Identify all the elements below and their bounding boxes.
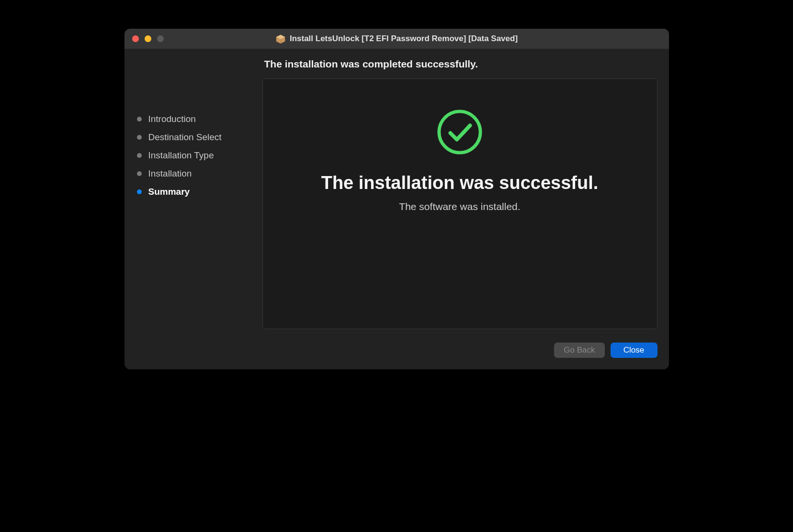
traffic-lights	[132, 35, 164, 42]
sidebar-item-label: Introduction	[148, 114, 196, 124]
step-dot-icon	[137, 153, 142, 158]
step-dot-icon	[137, 117, 142, 122]
go-back-button: Go Back	[554, 343, 604, 358]
window-body: Introduction Destination Select Installa…	[125, 49, 669, 369]
sidebar-item-label: Installation	[148, 168, 192, 179]
result-panel: The installation was successful. The sof…	[262, 78, 657, 329]
step-dot-icon	[137, 135, 142, 140]
step-dot-icon	[137, 171, 142, 176]
status-heading: The installation was completed successfu…	[262, 58, 657, 70]
sidebar-item-destination-select: Destination Select	[137, 128, 262, 146]
close-window-button[interactable]	[132, 35, 139, 42]
title-container: Install LetsUnlock [T2 EFI Password Remo…	[125, 33, 669, 44]
success-checkmark-icon	[436, 109, 483, 155]
sidebar-item-label: Destination Select	[148, 132, 222, 143]
sidebar: Introduction Destination Select Installa…	[136, 58, 262, 333]
window-title: Install LetsUnlock [T2 EFI Password Remo…	[290, 34, 518, 44]
sidebar-item-summary: Summary	[137, 183, 262, 201]
sidebar-item-introduction: Introduction	[137, 110, 262, 128]
close-button[interactable]: Close	[611, 343, 657, 358]
step-dot-icon	[137, 189, 142, 194]
sidebar-item-label: Installation Type	[148, 150, 214, 161]
sidebar-item-label: Summary	[148, 187, 190, 197]
titlebar: Install LetsUnlock [T2 EFI Password Remo…	[125, 29, 669, 49]
footer: Go Back Close	[125, 333, 669, 369]
zoom-window-button	[157, 35, 164, 42]
minimize-window-button[interactable]	[145, 35, 151, 42]
success-subtitle: The software was installed.	[399, 201, 520, 212]
sidebar-item-installation: Installation	[137, 165, 262, 183]
sidebar-item-installation-type: Installation Type	[137, 146, 262, 165]
main-content: The installation was completed successfu…	[262, 58, 657, 333]
success-title: The installation was successful.	[321, 173, 599, 193]
installer-window: Install LetsUnlock [T2 EFI Password Remo…	[125, 29, 669, 369]
svg-point-0	[439, 111, 480, 153]
package-icon	[275, 33, 286, 44]
content-area: Introduction Destination Select Installa…	[125, 49, 669, 333]
